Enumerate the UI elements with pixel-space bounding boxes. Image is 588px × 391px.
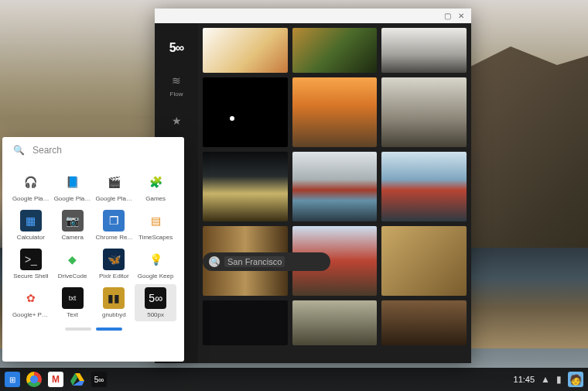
app-icon: ▤	[145, 210, 166, 232]
app-icon: 💡	[145, 249, 166, 270]
photo-search-pill[interactable]: 🔍 San Francisco	[203, 252, 330, 271]
sidebar-item-flow[interactable]: ≋ Flow	[155, 65, 198, 105]
launcher-item-games[interactable]: 🧩Games	[135, 168, 176, 205]
photo-thumbnail[interactable]	[292, 28, 378, 73]
app-icon: 🎧	[20, 171, 42, 193]
wifi-icon[interactable]: ▲	[541, 374, 550, 385]
launcher-item-google-play[interactable]: 🎧Google Play ...	[10, 168, 52, 205]
launcher-item-label: Google Play ...	[12, 195, 50, 202]
app-icon: ✿	[20, 287, 42, 309]
launcher-item-google-pho[interactable]: ✿Google+ Pho...	[10, 284, 52, 321]
launcher-item-label: Google Keep	[138, 273, 174, 280]
launcher-search-placeholder: Search	[32, 145, 173, 156]
app-icon: txt	[62, 287, 84, 309]
launcher-item-google-play[interactable]: 🎬Google Play ...	[94, 168, 135, 205]
clock[interactable]: 11:45	[514, 375, 535, 384]
app-icon: ❐	[103, 210, 125, 232]
app-icon: 🦋	[103, 249, 125, 270]
photo-thumbnail[interactable]	[381, 300, 467, 345]
photo-thumbnail[interactable]	[381, 77, 467, 147]
launcher-item-google-keep[interactable]: 💡Google Keep	[135, 245, 176, 283]
photo-thumbnail[interactable]	[381, 226, 467, 296]
app-icon: 5∞	[145, 287, 166, 309]
photo-thumbnail[interactable]	[292, 300, 378, 345]
sidebar-item-label: Flow	[170, 91, 183, 98]
app-icon: 📷	[62, 210, 84, 232]
app-window-500px: ▢ ✕ 5∞ ≋ Flow ★ ⚙	[155, 9, 471, 363]
search-icon: 🔍	[13, 145, 25, 156]
app-icon: 📘	[62, 171, 84, 193]
launcher-item-pixlr-editor[interactable]: 🦋Pixlr Editor	[94, 245, 135, 283]
app-icon: ▦	[20, 210, 42, 232]
shelf-app-chrome[interactable]	[26, 372, 42, 387]
photo-thumbnail[interactable]	[292, 77, 378, 147]
launcher-item-label: Camera	[61, 234, 83, 241]
shelf: ⊞M5∞ 11:45 ▲ ▮ 🧑	[0, 368, 588, 391]
pager-dot[interactable]	[65, 328, 91, 331]
launcher-item-gnubbyd[interactable]: ▮▮gnubbyd	[94, 284, 135, 321]
shelf-app-500px[interactable]: 5∞	[91, 372, 107, 387]
app-icon: ▮▮	[103, 287, 125, 309]
launcher-item-label: Google Play ...	[95, 195, 132, 202]
photo-thumbnail[interactable]	[381, 28, 467, 73]
photo-thumbnail[interactable]	[203, 77, 288, 147]
launcher-item-drivecode[interactable]: ◆DriveCode	[52, 245, 94, 283]
shelf-app-drive[interactable]	[70, 372, 85, 387]
launcher-item-chrome-re[interactable]: ❐Chrome Re...	[94, 207, 135, 244]
photo-thumbnail[interactable]	[203, 28, 288, 73]
launcher-item-label: Games	[145, 195, 166, 202]
launcher-item-google-play[interactable]: 📘Google Play ...	[52, 168, 94, 205]
launcher-item-text[interactable]: txtText	[52, 284, 94, 321]
app-launcher: 🔍 Search 🎧Google Play ...📘Google Play ..…	[2, 137, 184, 362]
window-maximize-button[interactable]: ▢	[442, 11, 453, 22]
search-icon: 🔍	[209, 256, 220, 267]
app-icon: ◆	[62, 249, 84, 270]
app-icon: 🎬	[103, 171, 125, 193]
launcher-item-label: Google Play ...	[54, 195, 91, 202]
app-logo: 5∞	[169, 31, 183, 65]
launcher-item-label: gnubbyd	[102, 311, 126, 318]
launcher-item-timescapes[interactable]: ▤TimeScapes	[135, 207, 176, 244]
wave-icon: ≋	[169, 73, 184, 88]
app-icon: >_	[20, 249, 42, 270]
titlebar: ▢ ✕	[155, 9, 471, 23]
sidebar-item-featured[interactable]: ★	[155, 105, 198, 136]
app-icon: 🧩	[145, 171, 166, 193]
photo-thumbnail[interactable]	[292, 152, 378, 221]
launcher-item-label: Text	[67, 311, 78, 318]
launcher-item-label: 500px	[147, 311, 164, 318]
launcher-pager	[2, 321, 184, 335]
launcher-item-label: DriveCode	[58, 273, 87, 280]
user-avatar[interactable]: 🧑	[568, 372, 583, 387]
launcher-item-label: TimeScapes	[138, 234, 173, 241]
launcher-item-label: Google+ Pho...	[12, 311, 50, 318]
launcher-item-label: Chrome Re...	[96, 234, 133, 241]
battery-icon[interactable]: ▮	[556, 374, 562, 385]
launcher-item-500px[interactable]: 5∞500px	[135, 284, 176, 321]
photo-thumbnail[interactable]	[203, 152, 288, 221]
photo-grid-container: 🔍 San Francisco	[198, 23, 471, 363]
launcher-search[interactable]: 🔍 Search	[2, 137, 184, 163]
star-icon: ★	[169, 113, 184, 129]
window-close-button[interactable]: ✕	[456, 11, 467, 22]
launcher-item-label: Pixlr Editor	[99, 273, 129, 280]
pager-dot-active[interactable]	[96, 328, 122, 331]
shelf-app-gmail[interactable]: M	[48, 372, 63, 387]
launcher-item-label: Calculator	[17, 234, 45, 241]
shelf-app-launcher[interactable]: ⊞	[5, 372, 20, 387]
photo-thumbnail[interactable]	[203, 300, 288, 345]
launcher-item-secure-shell[interactable]: >_Secure Shell	[10, 245, 52, 283]
launcher-item-camera[interactable]: 📷Camera	[52, 207, 94, 244]
launcher-item-calculator[interactable]: ▦Calculator	[10, 207, 52, 244]
photo-thumbnail[interactable]	[381, 152, 467, 221]
launcher-item-label: Secure Shell	[13, 273, 48, 280]
photo-search-value: San Francisco	[224, 256, 285, 267]
